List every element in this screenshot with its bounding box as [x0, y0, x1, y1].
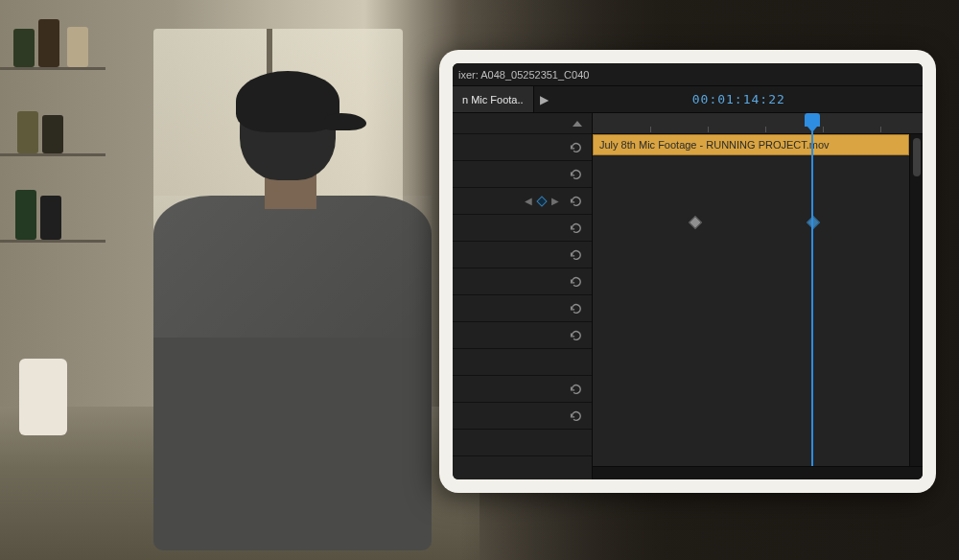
person-silhouette: [115, 75, 422, 535]
horizontal-scrollbar[interactable]: [593, 466, 923, 479]
tabs-row: n Mic Foota.. ▶ 00:01:14:22: [453, 86, 923, 113]
tab-active[interactable]: n Mic Foota..: [453, 86, 534, 112]
track-header-row: [453, 295, 592, 322]
keyframe-prev-icon[interactable]: ◀: [525, 196, 532, 206]
track-header-row: [453, 268, 592, 295]
reset-icon[interactable]: [569, 383, 582, 396]
panel-body: ◀ ▶: [453, 113, 923, 479]
timecode-display[interactable]: 00:01:14:22: [555, 86, 923, 112]
reset-icon[interactable]: [569, 302, 582, 315]
panel-title: ixer: A048_05252351_C040: [458, 69, 589, 81]
timeline-area[interactable]: July 8th Mic Footage - RUNNING PROJECT.m…: [593, 113, 923, 479]
kitchen-shelves: [0, 0, 115, 403]
track-header-row: [453, 242, 592, 268]
track-header-row: [453, 403, 592, 430]
track-header-row-keyframe: ◀ ▶: [453, 188, 592, 215]
vertical-scroll-thumb[interactable]: [913, 138, 921, 176]
track-header-row: [453, 322, 592, 349]
reset-icon[interactable]: [569, 409, 582, 423]
keyframe-lane[interactable]: [593, 209, 923, 236]
track-header-row-empty: [453, 349, 592, 376]
panel-paper-frame: ixer: A048_05252351_C040 n Mic Foota.. ▶…: [443, 54, 932, 489]
panel-title-bar: ixer: A048_05252351_C040: [453, 63, 923, 86]
playhead-handle[interactable]: [805, 113, 820, 127]
keyframe-diamond[interactable]: [689, 216, 702, 229]
collapse-up-icon[interactable]: [573, 121, 582, 127]
track-header-row: [453, 376, 592, 403]
reset-icon[interactable]: [569, 195, 582, 208]
tab-overflow-arrow[interactable]: ▶: [534, 86, 555, 112]
keyframe-diamond-selected[interactable]: [807, 216, 820, 229]
track-header-row: [453, 134, 592, 161]
track-header-spacer: [453, 113, 592, 134]
reset-icon[interactable]: [569, 141, 582, 154]
time-ruler[interactable]: [593, 113, 923, 134]
vertical-scrollbar[interactable]: [909, 134, 923, 466]
playhead-line[interactable]: [811, 113, 813, 479]
track-header-row-empty: [453, 430, 592, 456]
video-clip[interactable]: July 8th Mic Footage - RUNNING PROJECT.m…: [593, 134, 909, 155]
track-header-column: ◀ ▶: [453, 113, 593, 479]
track-header-row: [453, 161, 592, 188]
reset-icon[interactable]: [569, 275, 582, 289]
paper-towel: [19, 359, 67, 435]
keyframe-toggle-icon[interactable]: [536, 196, 547, 206]
reset-icon[interactable]: [569, 168, 582, 181]
track-header-row: [453, 215, 592, 242]
reset-icon[interactable]: [569, 329, 582, 342]
reset-icon[interactable]: [569, 248, 582, 262]
keyframe-next-icon[interactable]: ▶: [551, 196, 559, 206]
effect-controls-panel: ixer: A048_05252351_C040 n Mic Foota.. ▶…: [453, 63, 923, 479]
reset-icon[interactable]: [569, 222, 582, 235]
